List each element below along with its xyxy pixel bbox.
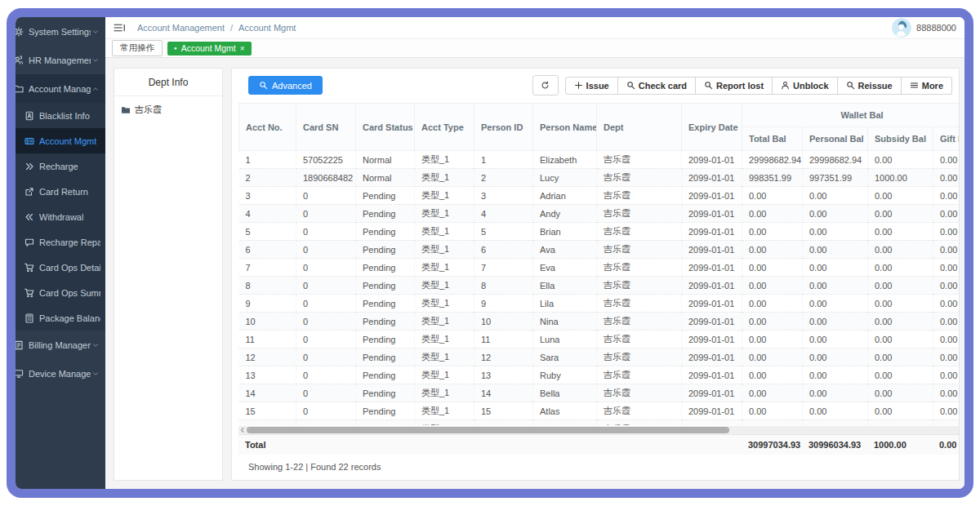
record-count-summary: Showing 1-22 | Found 22 records — [238, 455, 959, 480]
table-row[interactable]: 40Pending类型_14Andy吉乐霞2099-01-010.000.000… — [239, 205, 960, 223]
sidebar-item-package-balance[interactable]: Package Balance — [16, 305, 105, 331]
avatar[interactable] — [892, 18, 911, 38]
billing-icon — [16, 340, 24, 350]
sidebar-item-recharge[interactable]: Recharge — [16, 153, 105, 179]
pushmenu-icon[interactable] — [114, 23, 126, 33]
total-value: 30996034.93 — [802, 435, 867, 455]
table-row[interactable]: 120Pending类型_112Sara吉乐霞2099-01-010.000.0… — [239, 348, 960, 366]
table-row[interactable]: 157052225Normal类型_11Elizabeth吉乐霞2099-01-… — [239, 151, 960, 169]
sidebar-item-card-return[interactable]: Card Return — [16, 179, 105, 204]
scroll-left-icon[interactable] — [239, 427, 246, 433]
table-cell: 1000.00 — [868, 169, 933, 187]
table-cell: 0.00 — [742, 277, 803, 295]
table-toolbar: Advanced IssueCheck cardReport lostUnblo… — [238, 75, 952, 95]
table-cell: 类型_1 — [415, 331, 474, 348]
table-row[interactable]: 70Pending类型_17Eva吉乐霞2099-01-010.000.000.… — [239, 259, 960, 277]
table-cell: 0.00 — [803, 331, 868, 348]
action-button-group: IssueCheck cardReport lostUnblockReissue… — [565, 77, 952, 95]
table-cell: 8 — [239, 277, 296, 295]
table-cell: 类型_1 — [415, 169, 474, 187]
table-row[interactable]: 160Pending类型_116Ace吉乐霞2099-01-010.000.00… — [239, 420, 960, 426]
table-row[interactable]: 150Pending类型_115Atlas吉乐霞2099-01-010.000.… — [239, 402, 960, 420]
check-card-button[interactable]: Check card — [618, 77, 696, 95]
sidebar-item-withdrawal[interactable]: Withdrawal — [16, 204, 105, 229]
table-cell: 29998682.94 — [742, 151, 803, 169]
sidebar-item-system-settings[interactable]: System Settings — [16, 17, 105, 46]
table-cell: 15 — [474, 402, 533, 420]
table-cell: 0.00 — [868, 331, 933, 348]
table-cell: 0.00 — [868, 295, 933, 313]
table-cell: Elizabeth — [533, 151, 597, 169]
table-cell: 0.00 — [803, 366, 868, 384]
chevron-up-icon — [91, 85, 100, 93]
total-empty-cell — [355, 435, 414, 455]
breadcrumb-account-mgmt[interactable]: Account Mgmt — [238, 23, 296, 33]
horizontal-scrollbar-thumb[interactable] — [247, 427, 729, 433]
table-cell: Ruby — [533, 366, 597, 384]
button-label: Check card — [639, 81, 687, 91]
table-cell: 4 — [239, 205, 296, 223]
table-cell: 类型_1 — [415, 420, 474, 426]
sidebar-item-billing-management[interactable]: Billing Management — [16, 331, 105, 359]
sidebar-item-account-management[interactable]: Account Management — [16, 74, 105, 103]
column-header-expiry-date: Expiry Date — [682, 104, 742, 151]
table-row[interactable]: 110Pending类型_111Luna吉乐霞2099-01-010.000.0… — [239, 331, 960, 348]
table-cell: 6 — [474, 241, 533, 259]
table-row[interactable]: 100Pending类型_110Nina吉乐霞2099-01-010.000.0… — [239, 313, 960, 331]
report-lost-button[interactable]: Report lost — [696, 77, 773, 95]
common-ops-button[interactable]: 常用操作 — [112, 40, 163, 56]
table-row[interactable]: 140Pending类型_114Bella吉乐霞2099-01-010.000.… — [239, 384, 960, 402]
table-row[interactable]: 60Pending类型_16Ava吉乐霞2099-01-010.000.000.… — [239, 241, 960, 259]
tab-close-icon[interactable]: × — [240, 44, 245, 53]
sidebar-item-recharge-repair-query[interactable]: Recharge Repair Query — [16, 229, 105, 255]
table-row[interactable]: 50Pending类型_15Brian吉乐霞2099-01-010.000.00… — [239, 223, 960, 241]
horizontal-scrollbar[interactable] — [238, 426, 959, 434]
issue-button[interactable]: Issue — [565, 77, 618, 95]
total-value: 0.00 — [933, 435, 959, 455]
table-cell: 9 — [474, 295, 533, 313]
sidebar-item-account-mgmt[interactable]: Account Mgmt — [16, 128, 105, 153]
table-cell: 3 — [474, 187, 533, 205]
table-cell: 997351.99 — [803, 169, 868, 187]
table-row[interactable]: 90Pending类型_19Lila吉乐霞2099-01-010.000.000… — [239, 295, 960, 313]
advanced-label: Advanced — [272, 81, 312, 91]
sidebar-item-card-ops-details[interactable]: Card Ops Details — [16, 255, 105, 280]
tab-active-dot-icon: ● — [174, 46, 177, 51]
table-cell: 1 — [474, 151, 533, 169]
total-empty-cell — [296, 435, 355, 455]
table-cell: 0 — [296, 313, 356, 331]
refresh-button[interactable] — [532, 75, 559, 95]
table-cell: Pending — [356, 277, 415, 295]
table-cell: 类型_1 — [415, 366, 474, 384]
chevron-down-icon — [91, 56, 100, 64]
table-cell: 0.00 — [933, 420, 960, 426]
table-row[interactable]: 21890668482Normal类型_12Lucy吉乐霞2099-01-019… — [239, 169, 960, 187]
table-cell: 7 — [239, 259, 296, 277]
advanced-search-button[interactable]: Advanced — [248, 76, 323, 95]
table-cell: 0.00 — [742, 223, 803, 241]
table-cell: Bella — [533, 384, 597, 402]
table-cell: 2 — [239, 169, 296, 187]
reissue-button[interactable]: Reissue — [838, 77, 902, 95]
table-row[interactable]: 130Pending类型_113Ruby吉乐霞2099-01-010.000.0… — [239, 366, 960, 384]
sidebar-item-device-management[interactable]: Device Management — [16, 359, 105, 388]
sidebar-item-card-ops-summary[interactable]: Card Ops Summary — [16, 280, 105, 305]
more-button[interactable]: More — [902, 77, 952, 95]
total-empty-cell — [414, 435, 474, 455]
table-row[interactable]: 80Pending类型_18Ella吉乐霞2099-01-010.000.000… — [239, 277, 960, 295]
table-cell: 2099-01-01 — [682, 313, 742, 331]
sidebar-item-blacklist-info[interactable]: Blacklist Info — [16, 103, 105, 128]
topbar: Account Management / Account Mgmt 888880… — [105, 17, 964, 39]
forward-icon — [24, 162, 34, 171]
comment-icon — [24, 237, 34, 247]
breadcrumb-account-management[interactable]: Account Management — [137, 23, 225, 33]
sidebar-item-hr-management[interactable]: HR Management — [16, 46, 105, 74]
dept-tree-node[interactable]: 吉乐霞 — [114, 96, 222, 123]
table-row[interactable]: 30Pending类型_13Adrian吉乐霞2099-01-010.000.0… — [239, 187, 960, 205]
table-cell: 0.00 — [803, 259, 868, 277]
tab-account-mgmt[interactable]: ● Account Mgmt × — [167, 42, 252, 55]
table-cell: 0.00 — [742, 259, 803, 277]
table-cell: 0.00 — [933, 348, 960, 366]
table-cell: 0.00 — [868, 420, 933, 426]
unblock-button[interactable]: Unblock — [773, 77, 837, 95]
